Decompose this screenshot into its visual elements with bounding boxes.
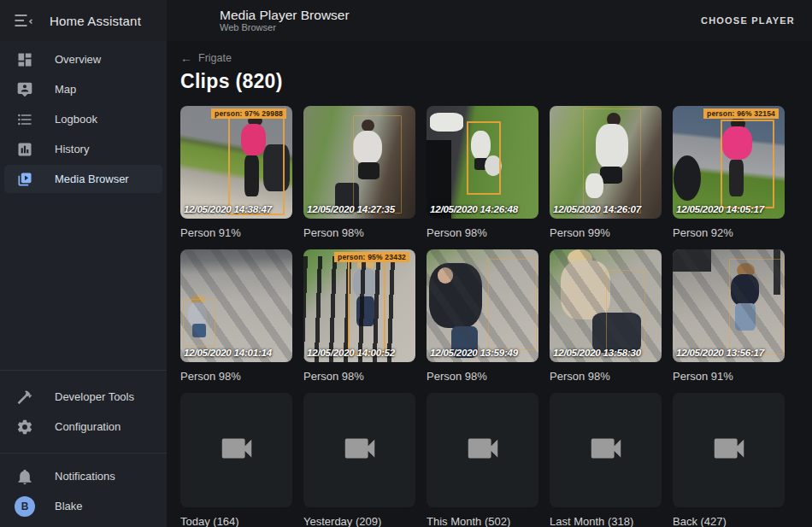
detection-label: person: 97% 29988 — [211, 108, 286, 119]
folder-item[interactable]: Yesterday (209) — [303, 393, 415, 527]
gear-icon — [15, 418, 34, 436]
clip-timestamp: 12/05/2020 13:59:49 — [430, 348, 518, 358]
folder-label: This Month (502) — [427, 515, 538, 527]
clip-caption: Person 98% — [427, 226, 538, 239]
clip-caption: Person 98% — [427, 370, 538, 383]
detection-label: person: 96% 32154 — [703, 108, 779, 119]
clip-item[interactable]: 12/05/2020 13:58:30Person 98% — [550, 249, 662, 393]
sidebar-toggle-button[interactable] — [12, 9, 36, 32]
clip-caption: Person 91% — [180, 226, 292, 239]
clip-caption: Person 98% — [550, 370, 662, 383]
sidebar-item-profile[interactable]: B Blake — [4, 492, 162, 520]
sidebar-header: Home Assistant — [0, 0, 167, 41]
dashboard-icon — [15, 50, 34, 69]
clip-thumbnail[interactable]: 12/05/2020 14:26:48 — [427, 106, 538, 219]
clip-thumbnail[interactable]: 12/05/2020 14:01:14 — [180, 249, 292, 362]
clip-item[interactable]: 12/05/2020 13:56:17Person 91% — [673, 249, 785, 393]
folder-thumbnail[interactable] — [550, 393, 662, 507]
sidebar-item-configuration[interactable]: Configuration — [4, 413, 162, 441]
clips-grid: person: 97% 2998812/05/2020 14:38:47Pers… — [180, 106, 803, 527]
sidebar-nav: OverviewMapLogbookHistoryMedia Browser — [0, 41, 167, 197]
back-link[interactable]: ← Frigate — [180, 52, 232, 64]
clip-thumbnail[interactable]: 12/05/2020 13:58:30 — [550, 249, 662, 362]
app-root: Home Assistant OverviewMapLogbookHistory… — [0, 0, 812, 527]
video-camera-icon — [340, 429, 380, 471]
clip-item[interactable]: 12/05/2020 14:27:35Person 98% — [303, 106, 415, 249]
section-title: Clips (820) — [180, 70, 803, 93]
sidebar-item-label: Developer Tools — [55, 390, 134, 403]
clip-timestamp: 12/05/2020 14:38:47 — [184, 204, 272, 214]
content: ← Frigate Clips (820) person: 97% 299881… — [167, 41, 812, 527]
sidebar-divider — [0, 370, 167, 371]
folder-thumbnail[interactable] — [427, 393, 538, 507]
detection-bbox — [729, 259, 785, 355]
clip-timestamp: 12/05/2020 14:26:48 — [430, 204, 518, 214]
map-icon — [15, 80, 34, 99]
folder-item[interactable]: Today (164) — [180, 393, 292, 527]
app-title: Home Assistant — [50, 14, 141, 28]
clip-timestamp: 12/05/2020 14:00:52 — [307, 348, 395, 358]
sidebar-item-label: Overview — [55, 53, 101, 66]
clip-thumbnail[interactable]: 12/05/2020 14:27:35 — [303, 106, 415, 219]
detection-bbox — [488, 259, 537, 351]
clip-item[interactable]: person: 95% 2343212/05/2020 14:00:52Pers… — [303, 249, 415, 393]
clip-item[interactable]: 12/05/2020 14:26:48Person 98% — [427, 106, 538, 249]
sidebar-item-label: Logbook — [55, 113, 97, 126]
sidebar-item-logbook[interactable]: Logbook — [4, 105, 162, 133]
detection-bbox — [353, 115, 402, 214]
sidebar-item-label: Media Browser — [55, 173, 129, 185]
detection-bbox — [583, 108, 641, 214]
folder-item[interactable]: Back (427) — [673, 393, 785, 527]
media-icon — [15, 170, 34, 189]
detection-label: person: 95% 23432 — [334, 252, 409, 262]
choose-player-button[interactable]: CHOOSE PLAYER — [696, 15, 800, 26]
back-label: Frigate — [198, 52, 232, 64]
clip-caption: Person 98% — [180, 370, 292, 383]
folder-label: Back (427) — [673, 515, 785, 527]
sidebar-item-history[interactable]: History — [4, 135, 162, 163]
sidebar-item-media-browser[interactable]: Media Browser — [4, 165, 162, 193]
video-camera-icon — [463, 429, 503, 471]
sidebar-item-developer-tools[interactable]: Developer Tools — [4, 383, 162, 411]
detection-bbox — [228, 112, 285, 215]
sidebar-item-label: History — [55, 143, 89, 155]
bell-icon — [15, 467, 34, 486]
detection-bbox — [467, 121, 500, 195]
clip-caption: Person 98% — [303, 226, 415, 239]
clip-item[interactable]: person: 96% 3215412/05/2020 14:05:17Pers… — [673, 106, 785, 249]
folder-thumbnail[interactable] — [180, 393, 292, 507]
folder-thumbnail[interactable] — [673, 393, 785, 507]
clip-timestamp: 12/05/2020 14:05:17 — [676, 204, 764, 214]
clip-thumbnail[interactable]: person: 95% 2343212/05/2020 14:00:52 — [303, 249, 415, 362]
folder-item[interactable]: This Month (502) — [427, 393, 538, 527]
clip-item[interactable]: 12/05/2020 14:01:14Person 98% — [180, 249, 292, 393]
clip-thumbnail[interactable]: 12/05/2020 13:59:49 — [427, 249, 538, 362]
clip-timestamp: 12/05/2020 13:58:30 — [553, 348, 641, 358]
app-header: Media Player Browser Web Browser CHOOSE … — [167, 0, 812, 41]
clip-thumbnail[interactable]: 12/05/2020 13:56:17 — [673, 249, 785, 362]
main-column: Media Player Browser Web Browser CHOOSE … — [167, 0, 812, 527]
clip-caption: Person 92% — [673, 226, 785, 239]
folder-item[interactable]: Last Month (318) — [550, 393, 662, 527]
sidebar-spacer — [0, 197, 167, 362]
history-icon — [15, 140, 34, 159]
clip-thumbnail[interactable]: 12/05/2020 14:26:07 — [550, 106, 662, 219]
hammer-icon — [15, 388, 34, 407]
detection-bbox — [348, 261, 385, 354]
sidebar-item-notifications[interactable]: Notifications — [4, 462, 162, 490]
folder-label: Yesterday (209) — [303, 515, 415, 527]
folder-label: Today (164) — [180, 515, 292, 527]
sidebar-item-overview[interactable]: Overview — [4, 45, 162, 73]
clip-thumbnail[interactable]: person: 96% 3215412/05/2020 14:05:17 — [673, 106, 785, 219]
folder-thumbnail[interactable] — [303, 393, 415, 507]
clip-item[interactable]: person: 97% 2998812/05/2020 14:38:47Pers… — [180, 106, 292, 249]
clip-item[interactable]: 12/05/2020 13:59:49Person 98% — [427, 249, 538, 393]
sidebar-item-map[interactable]: Map — [4, 75, 162, 103]
clip-thumbnail[interactable]: person: 97% 2998812/05/2020 14:38:47 — [180, 106, 292, 219]
sidebar-divider — [0, 453, 167, 454]
clip-timestamp: 12/05/2020 13:56:17 — [676, 348, 764, 358]
clip-timestamp: 12/05/2020 14:01:14 — [184, 348, 272, 358]
clip-item[interactable]: 12/05/2020 14:26:07Person 99% — [550, 106, 662, 249]
detection-bbox — [183, 299, 216, 346]
detection-bbox — [721, 120, 774, 208]
